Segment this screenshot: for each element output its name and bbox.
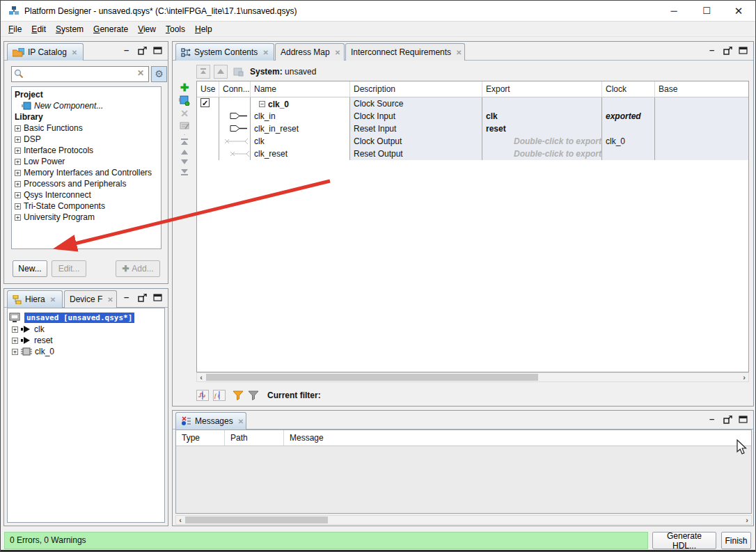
- tab-system-contents[interactable]: System Contents ✕: [175, 43, 274, 61]
- close-tab-icon[interactable]: ✕: [50, 296, 56, 303]
- maximize-panel-icon[interactable]: [153, 47, 162, 54]
- expand-icon[interactable]: [15, 214, 21, 221]
- add-button[interactable]: ✚ Add...: [116, 260, 160, 277]
- close-window-icon[interactable]: ✕: [725, 3, 753, 19]
- tree-item-interface-protocols[interactable]: Interface Protocols: [13, 145, 159, 156]
- row-export-hint[interactable]: Double-click to export: [482, 135, 602, 148]
- table-row[interactable]: clk_in Clock Input clk exported: [197, 110, 748, 123]
- col-path[interactable]: Path: [225, 430, 284, 445]
- table-row[interactable]: clk Clock Output Double-click to export …: [197, 135, 748, 148]
- scrollbar-thumb[interactable]: [185, 516, 328, 523]
- scroll-left-icon[interactable]: ‹: [176, 516, 184, 524]
- clock-crossing-icon[interactable]: [196, 390, 209, 401]
- col-clock[interactable]: Clock: [602, 81, 655, 97]
- close-tab-icon[interactable]: ✕: [335, 49, 340, 56]
- maximize-panel-icon[interactable]: [739, 416, 748, 423]
- scroll-left-icon[interactable]: ‹: [197, 373, 205, 381]
- table-row[interactable]: clk_0 Clock Source: [197, 97, 748, 110]
- filter-icon[interactable]: [233, 391, 244, 400]
- move-up-icon[interactable]: [180, 149, 189, 156]
- generate-hdl-button[interactable]: Generate HDL...: [652, 532, 716, 549]
- input-port-icon[interactable]: [229, 112, 250, 120]
- tree-item-root[interactable]: unsaved [unsaved.qsys*]: [9, 311, 163, 324]
- finish-button[interactable]: Finish: [721, 532, 751, 549]
- tab-device-family[interactable]: Device F ✕: [64, 290, 117, 308]
- add-component-icon[interactable]: ✚: [180, 82, 189, 93]
- close-tab-icon[interactable]: ✕: [262, 49, 268, 56]
- unconnected-wire-icon[interactable]: [229, 150, 250, 157]
- col-use[interactable]: Use: [197, 81, 219, 97]
- signal-filter-icon[interactable]: f t: [213, 390, 226, 401]
- minimize-panel-icon[interactable]: –: [709, 46, 717, 55]
- move-to-top-icon[interactable]: [180, 139, 189, 146]
- tab-address-map[interactable]: Address Map ✕: [275, 43, 345, 61]
- move-down-icon[interactable]: [180, 159, 189, 166]
- input-port-icon[interactable]: [229, 125, 250, 132]
- move-up-button[interactable]: [214, 65, 228, 79]
- edit-button[interactable]: Edit...: [52, 260, 86, 277]
- maximize-panel-icon[interactable]: [739, 47, 748, 54]
- float-panel-icon[interactable]: [138, 47, 147, 55]
- collapse-icon[interactable]: [259, 101, 265, 107]
- expand-icon[interactable]: [15, 159, 21, 165]
- tree-item-tri-state[interactable]: Tri-State Components: [13, 200, 159, 212]
- row-export[interactable]: [482, 97, 602, 110]
- row-export-hint[interactable]: Double-click to export: [482, 148, 602, 160]
- col-export[interactable]: Export: [482, 81, 602, 97]
- tree-item-dsp[interactable]: DSP: [13, 134, 159, 145]
- search-settings-button[interactable]: ⚙: [151, 66, 167, 82]
- minimize-panel-icon[interactable]: –: [124, 293, 132, 302]
- tree-item-memory-interfaces[interactable]: Memory Interfaces and Controllers: [13, 167, 159, 178]
- edit-icon[interactable]: [180, 121, 190, 130]
- expand-icon[interactable]: [15, 181, 21, 187]
- table-row[interactable]: clk_in_reset Reset Input reset: [197, 123, 748, 135]
- row-export[interactable]: clk: [482, 110, 602, 123]
- scroll-right-icon[interactable]: ›: [743, 516, 751, 524]
- menu-view[interactable]: View: [133, 23, 161, 36]
- tree-item-university-program[interactable]: University Program: [13, 212, 159, 223]
- tab-interconnect-requirements[interactable]: Interconnect Requirements ✕: [345, 43, 465, 61]
- col-name[interactable]: Name: [251, 81, 350, 97]
- float-panel-icon[interactable]: [138, 294, 147, 302]
- float-panel-icon[interactable]: [723, 47, 732, 55]
- menu-file[interactable]: File: [3, 23, 26, 36]
- tree-item-reset[interactable]: reset: [9, 335, 163, 346]
- tab-hierarchy[interactable]: Hiera ✕: [7, 290, 63, 308]
- close-tab-icon[interactable]: ✕: [456, 49, 462, 56]
- clear-filter-icon[interactable]: [248, 391, 259, 400]
- expand-icon[interactable]: [12, 338, 18, 344]
- add-system-component-icon[interactable]: [179, 95, 190, 106]
- expand-icon[interactable]: [15, 148, 21, 154]
- tree-item-basic-functions[interactable]: Basic Functions: [13, 123, 159, 134]
- unconnected-wire-icon[interactable]: [223, 138, 250, 145]
- expand-icon[interactable]: [12, 349, 18, 355]
- minimize-window-icon[interactable]: ─: [660, 3, 688, 19]
- maximize-panel-icon[interactable]: [153, 294, 162, 301]
- system-hscrollbar[interactable]: ‹ ›: [196, 372, 749, 382]
- tree-item-qsys-interconnect[interactable]: Qsys Interconnect: [13, 189, 159, 200]
- minimize-panel-icon[interactable]: –: [124, 46, 132, 55]
- menu-tools[interactable]: Tools: [161, 23, 190, 36]
- move-to-bottom-icon[interactable]: [180, 168, 189, 176]
- tab-ip-catalog[interactable]: IP Catalog ✕: [7, 43, 84, 61]
- tree-item-processors[interactable]: Processors and Peripherals: [13, 178, 159, 189]
- expand-icon[interactable]: [15, 192, 21, 198]
- col-base[interactable]: Base: [655, 81, 748, 97]
- tree-item-clk[interactable]: clk: [9, 324, 163, 335]
- expand-icon[interactable]: [15, 170, 21, 176]
- col-type[interactable]: Type: [176, 430, 225, 445]
- expand-icon[interactable]: [12, 326, 18, 333]
- new-button[interactable]: New...: [13, 260, 47, 277]
- menu-system[interactable]: System: [51, 23, 88, 36]
- move-top-button[interactable]: [196, 65, 210, 79]
- maximize-window-icon[interactable]: ☐: [693, 3, 720, 19]
- tree-item-clk0[interactable]: clk_0: [9, 346, 163, 357]
- use-checkbox-checked[interactable]: [200, 98, 210, 107]
- row-export[interactable]: reset: [482, 123, 602, 135]
- expand-icon[interactable]: [15, 203, 21, 210]
- col-connections[interactable]: Conn...: [219, 81, 251, 97]
- close-tab-icon[interactable]: ✕: [72, 49, 77, 56]
- menu-edit[interactable]: Edit: [26, 23, 51, 36]
- minimize-panel-icon[interactable]: –: [709, 415, 717, 424]
- table-row[interactable]: clk_reset Reset Output Double-click to e…: [197, 148, 748, 160]
